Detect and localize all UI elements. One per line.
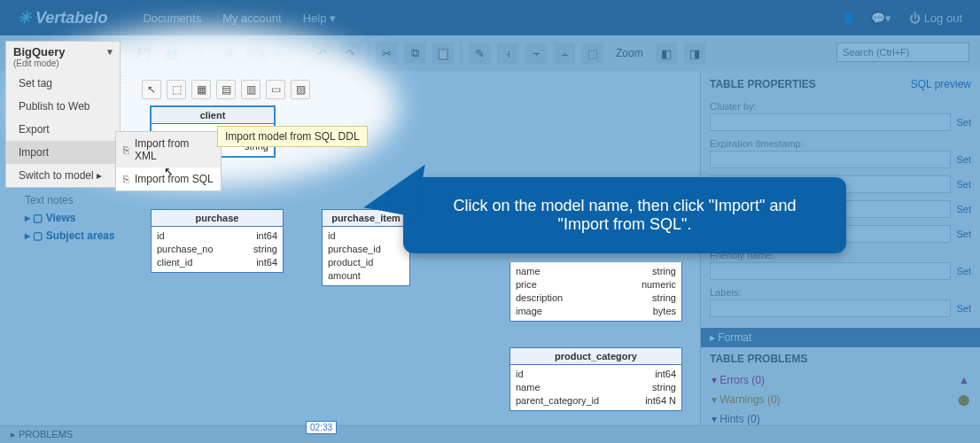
user-icon[interactable]: 👤 [841, 12, 853, 24]
import-from-sql[interactable]: ⎘ Import from SQL [116, 167, 221, 190]
bottom-bar[interactable]: ▸ PROBLEMS [0, 425, 980, 443]
marquee-tool-icon[interactable]: ⬚ [167, 80, 186, 99]
entity-header: purchase [152, 210, 283, 227]
menu-import[interactable]: Import [6, 141, 120, 164]
area-tool-icon[interactable]: ▨ [291, 80, 310, 99]
cut-icon[interactable]: ✂ [376, 43, 397, 64]
import-submenu: ⎘ Import from XML ⎘ Import from SQL [115, 131, 222, 191]
tree-subjectareas[interactable]: ▸ ▢ Subject areas [7, 227, 131, 245]
align1-icon[interactable]: ⫞ [497, 43, 518, 64]
tree-textnotes[interactable]: Text notes [7, 191, 131, 209]
entity-header: product_category [510, 348, 681, 365]
panel-title: TABLE PROPERTIES [710, 78, 816, 90]
menu-switch-model[interactable]: Switch to model ▸ [6, 164, 120, 187]
logout-button[interactable]: ⏻ Log out [909, 12, 962, 25]
search-input[interactable] [836, 43, 969, 62]
table1-tool-icon[interactable]: ▦ [191, 80, 211, 99]
header-menu: Documents My account Help ▾ [143, 12, 336, 25]
menu-publish-web[interactable]: Publish to Web [6, 95, 120, 118]
menu-export[interactable]: Export [6, 118, 120, 141]
canvas-toolbar: ↖ ⬚ ▦ ▤ ▥ ▭ ▨ [142, 80, 310, 99]
tree-views[interactable]: ▸ ▢ Views [7, 209, 131, 227]
warning-icon: ⬤ [958, 393, 969, 406]
layout1-icon[interactable]: ◧ [656, 43, 677, 64]
menu-set-tag[interactable]: Set tag [6, 72, 120, 95]
fit-icon[interactable]: ⬚ [582, 43, 603, 64]
header-right: 👤 💬▾ ⏻ Log out [841, 12, 980, 25]
labels-input[interactable] [710, 299, 951, 317]
set-button[interactable]: Set [956, 179, 971, 190]
problems-title: TABLE PROBLEMS [701, 347, 980, 370]
entity-product-category[interactable]: product_category idint64 namestring pare… [509, 347, 682, 411]
print-icon[interactable]: 🖶 [218, 43, 239, 64]
menu-myaccount[interactable]: My account [222, 12, 281, 25]
model-mode: (Edit mode) [6, 58, 73, 72]
entity-purchase[interactable]: purchase idint64 purchase_nostring clien… [151, 209, 284, 273]
redo-icon[interactable]: ↷ [339, 43, 361, 64]
entity-purchase-item[interactable]: purchase_item id purchase_id product_id … [322, 209, 410, 286]
warning-icon: ▲ [959, 374, 969, 386]
align2-icon[interactable]: ⫟ [525, 43, 547, 64]
entity-product-cols[interactable]: namestring pricenumeric descriptionstrin… [509, 262, 682, 322]
tooltip: Import model from SQL DDL [217, 126, 368, 147]
set-button[interactable]: Set [956, 117, 971, 128]
menu-documents[interactable]: Documents [143, 12, 201, 25]
expiration-input[interactable] [710, 151, 951, 168]
set-button[interactable]: Set [956, 266, 971, 276]
timestamp-badge: 02:33 [306, 421, 337, 434]
layout2-icon[interactable]: ◨ [684, 43, 705, 64]
set-button[interactable]: Set [956, 204, 971, 214]
table2-tool-icon[interactable]: ▤ [216, 80, 236, 99]
instruction-bubble: Click on the model name, then click "Imp… [403, 177, 846, 253]
toolbar: 💾 👥 ⇪ 🖶 SQL 📄 ↶ ↷ ✂ ⧉ 📋 ✎ ⫞ ⫟ ⫠ ⬚ Zoom ◧… [0, 35, 980, 71]
copy-icon[interactable]: ⧉ [404, 43, 425, 64]
import-from-xml[interactable]: ⎘ Import from XML [116, 132, 221, 167]
undo-icon[interactable]: ↶ [311, 43, 332, 64]
xml-icon: ⎘ [123, 144, 129, 155]
paste-icon[interactable]: 📋 [432, 43, 454, 64]
errors-row[interactable]: ▾ Errors (0)▲ [701, 370, 980, 390]
align3-icon[interactable]: ⫠ [554, 43, 575, 64]
format-section[interactable]: ▸ Format [701, 328, 980, 347]
set-button[interactable]: Set [956, 303, 971, 314]
share-icon[interactable]: 👥 [161, 43, 183, 64]
edit-icon[interactable]: ✎ [469, 43, 490, 64]
menu-help[interactable]: Help ▾ [303, 12, 336, 25]
entity-header: client [152, 107, 274, 124]
app-header: Vertabelo Documents My account Help ▾ 👤 … [0, 0, 980, 35]
set-button[interactable]: Set [956, 229, 971, 239]
select-tool-icon[interactable]: ↖ [142, 80, 161, 99]
save-icon[interactable]: 💾 [133, 43, 154, 64]
model-name[interactable]: BigQuery [6, 42, 73, 58]
sql-icon[interactable]: SQL [246, 43, 268, 64]
friendlyname-input[interactable] [710, 262, 951, 280]
export-icon[interactable]: ⇪ [190, 43, 211, 64]
note-tool-icon[interactable]: ▭ [266, 80, 285, 99]
set-button[interactable]: Set [956, 154, 971, 165]
chat-icon[interactable]: 💬▾ [871, 12, 891, 25]
table3-tool-icon[interactable]: ▥ [241, 80, 261, 99]
sql-import-icon: ⎘ [123, 174, 129, 184]
cluster-by-input[interactable] [710, 113, 951, 131]
doc-icon[interactable]: 📄 [275, 43, 296, 64]
sql-preview-link[interactable]: SQL preview [911, 78, 971, 90]
chevron-down-icon[interactable]: ▼ [105, 42, 120, 57]
zoom-label: Zoom [616, 47, 643, 59]
model-dropdown: BigQuery (Edit mode) ▼ Set tag Publish t… [5, 41, 121, 188]
logo: Vertabelo [0, 8, 125, 27]
warnings-row[interactable]: ▾ Warnings (0)⬤ [701, 390, 980, 409]
